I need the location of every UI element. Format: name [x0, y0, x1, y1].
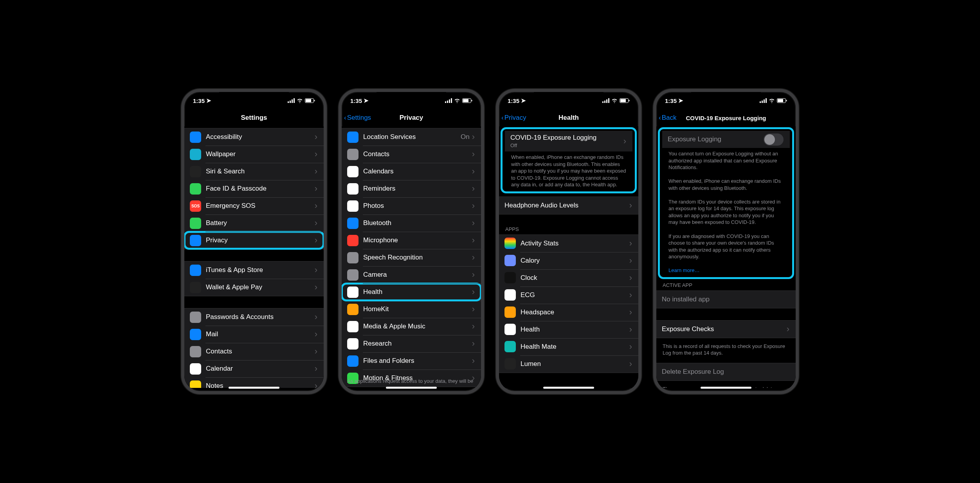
chevron-right-icon: › [623, 136, 626, 146]
headphone-audio-row[interactable]: Headphone Audio Levels › [499, 197, 638, 214]
row-contacts[interactable]: Contacts› [342, 146, 481, 163]
chevron-right-icon: › [629, 273, 632, 283]
location-icon: ➤ [521, 97, 526, 104]
row-health[interactable]: Health› [342, 283, 481, 301]
health-mate-icon [504, 341, 516, 352]
chevron-right-icon: › [315, 218, 317, 228]
health-content[interactable]: COVID-19 Exposure Logging Off › When ena… [499, 126, 638, 388]
row-notes[interactable]: Notes› [184, 377, 324, 388]
covid-footer: When enabled, iPhone can exchange random… [505, 151, 632, 190]
row-siri-search[interactable]: Siri & Search› [184, 163, 324, 180]
phone-health: 1:35➤ ‹ Privacy Health COVID-19 Exposure… [496, 89, 641, 394]
chevron-right-icon: › [472, 184, 475, 194]
row-passwords-accounts[interactable]: Passwords & Accounts› [184, 308, 324, 326]
chevron-right-icon: › [629, 256, 632, 266]
chevron-right-icon: › [315, 265, 317, 275]
calendars-icon [347, 166, 358, 177]
row-health-mate[interactable]: Health Mate› [499, 338, 638, 355]
row-battery[interactable]: Battery› [184, 214, 324, 232]
row-research[interactable]: Research› [342, 335, 481, 352]
row-itunes-app-store[interactable]: iTunes & App Store› [184, 261, 324, 279]
home-indicator[interactable] [229, 387, 279, 389]
row-reminders[interactable]: Reminders› [342, 180, 481, 197]
delete-label: Delete Exposure Log [662, 368, 789, 376]
row-microphone[interactable]: Microphone› [342, 232, 481, 249]
row-label: Location Services [363, 133, 461, 141]
exposure-highlight-box: Exposure Logging You cannot turn on Expo… [658, 127, 794, 279]
row-wallpaper[interactable]: Wallpaper› [184, 146, 324, 163]
row-lumen[interactable]: Lumen› [499, 355, 638, 373]
learn-more-link[interactable]: Learn more… [668, 267, 784, 274]
row-clock[interactable]: Clock› [499, 269, 638, 287]
row-label: Activity Stats [521, 240, 629, 247]
wallpaper-icon [190, 149, 201, 160]
row-speech-recognition[interactable]: Speech Recognition› [342, 249, 481, 266]
row-label: Health [521, 326, 629, 333]
home-indicator[interactable] [701, 387, 751, 389]
row-health[interactable]: Health› [499, 321, 638, 338]
svg-rect-26 [778, 99, 783, 102]
covid-exposure-logging-row[interactable]: COVID-19 Exposure Logging Off › [505, 131, 632, 151]
row-label: Bluetooth [363, 219, 472, 227]
row-contacts[interactable]: Contacts› [184, 343, 324, 360]
exposure-content[interactable]: Exposure Logging You cannot turn on Expo… [656, 126, 796, 388]
delete-exposure-log-row[interactable]: Delete Exposure Log [656, 363, 796, 380]
row-calendar[interactable]: Calendar› [184, 360, 324, 377]
chevron-right-icon: › [629, 290, 632, 300]
row-privacy[interactable]: Privacy› [184, 232, 324, 249]
row-headspace[interactable]: Headspace› [499, 304, 638, 321]
row-label: Reminders [363, 185, 472, 193]
row-homekit[interactable]: HomeKit› [342, 301, 481, 318]
row-label: iTunes & App Store [206, 266, 315, 274]
chevron-right-icon: › [629, 307, 632, 317]
row-accessibility[interactable]: Accessibility› [184, 128, 324, 146]
svg-rect-2 [292, 99, 293, 103]
row-camera[interactable]: Camera› [342, 266, 481, 283]
row-location-services[interactable]: Location ServicesOn› [342, 128, 481, 146]
back-button[interactable]: ‹ Back [659, 114, 676, 122]
row-media-apple-music[interactable]: Media & Apple Music› [342, 318, 481, 335]
row-ecg[interactable]: ECG› [499, 287, 638, 304]
row-face-id-passcode[interactable]: Face ID & Passcode› [184, 180, 324, 197]
exposure-toggle[interactable] [764, 133, 784, 146]
back-button[interactable]: ‹ Privacy [501, 114, 526, 122]
clock-text: 1:35 [665, 97, 677, 104]
svg-rect-19 [620, 99, 626, 102]
clock-text: 1:35 [508, 97, 519, 104]
passwords-accounts-icon [190, 312, 201, 323]
chevron-right-icon: › [472, 304, 475, 314]
home-indicator[interactable] [386, 387, 437, 389]
row-emergency-sos[interactable]: SOSEmergency SOS› [184, 197, 324, 214]
row-label: Lumen [521, 360, 629, 368]
chevron-left-icon: ‹ [501, 114, 504, 122]
row-label: Emergency SOS [206, 202, 315, 210]
row-bluetooth[interactable]: Bluetooth› [342, 214, 481, 232]
chevron-right-icon: › [629, 359, 632, 369]
row-files-and-folders[interactable]: Files and Folders› [342, 352, 481, 369]
photos-icon [347, 200, 358, 212]
svg-rect-17 [608, 98, 609, 103]
chevron-right-icon: › [315, 166, 317, 177]
row-label: Headspace [521, 308, 629, 316]
exposure-checks-row[interactable]: Exposure Checks › [656, 321, 796, 338]
home-indicator[interactable] [543, 387, 594, 389]
chevron-left-icon: ‹ [344, 114, 346, 122]
row-wallet-apple-pay[interactable]: Wallet & Apple Pay› [184, 279, 324, 296]
row-label: Mail [206, 330, 315, 338]
row-calendars[interactable]: Calendars› [342, 163, 481, 180]
row-photos[interactable]: Photos› [342, 197, 481, 214]
privacy-content[interactable]: Location ServicesOn›Contacts›Calendars›R… [342, 126, 481, 388]
back-button[interactable]: ‹ Settings [344, 114, 371, 122]
info-1: You cannot turn on Exposure Logging with… [668, 150, 784, 171]
info-2: When enabled, iPhone can exchange random… [668, 178, 784, 191]
chevron-right-icon: › [315, 235, 317, 245]
row-label: Microphone [363, 236, 472, 244]
row-mail[interactable]: Mail› [184, 326, 324, 343]
health-icon [504, 324, 516, 335]
settings-content[interactable]: Accessibility›Wallpaper›Siri & Search›Fa… [184, 126, 324, 388]
chevron-right-icon: › [629, 324, 632, 335]
svg-rect-21 [760, 101, 761, 103]
row-calory[interactable]: Calory› [499, 252, 638, 269]
covid-row-label: COVID-19 Exposure Logging [510, 134, 623, 142]
row-activity-stats[interactable]: Activity Stats› [499, 235, 638, 252]
